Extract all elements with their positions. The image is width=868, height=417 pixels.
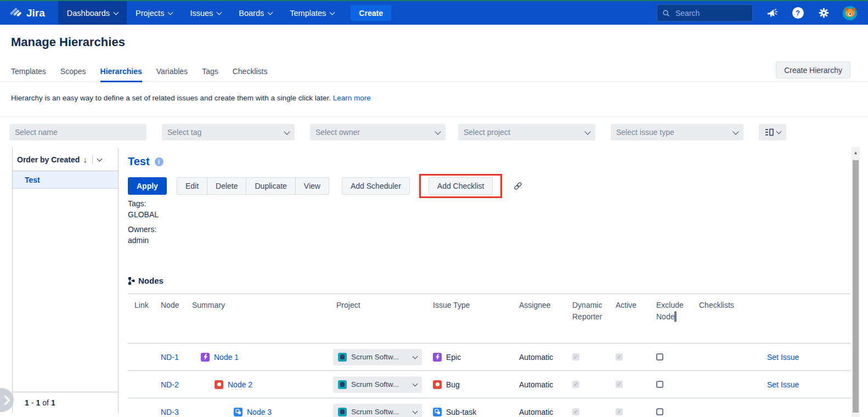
info-icon[interactable]: i: [155, 157, 164, 166]
jira-logo[interactable]: Jira: [0, 1, 58, 25]
exclude-all-checkbox[interactable]: [674, 311, 677, 322]
tab-variables[interactable]: Variables: [156, 65, 188, 81]
owners-value: admin: [128, 235, 159, 246]
global-search[interactable]: [657, 4, 753, 21]
hierarchy-list-item[interactable]: Test: [13, 171, 118, 189]
set-issue-link[interactable]: Set Issue: [767, 380, 799, 389]
project-select[interactable]: Scrum Softw...: [333, 349, 422, 365]
exclude-node-cell: [652, 353, 698, 360]
nav-item-dashboards[interactable]: Dashboards: [58, 1, 127, 25]
active-cell: ✓: [614, 353, 652, 360]
node-summary-link[interactable]: Node 2: [228, 380, 252, 389]
chevron-down-icon: [284, 128, 290, 134]
tab-templates[interactable]: Templates: [11, 65, 46, 81]
exclude-node-checkbox[interactable]: [656, 353, 663, 360]
nodes-section-header: Nodes: [128, 276, 164, 285]
epic-icon: [201, 353, 210, 362]
column-header-dynamic-reporter: Dynamic Reporter: [570, 294, 614, 343]
help-icon[interactable]: ?: [791, 7, 804, 20]
create-hierarchy-button[interactable]: Create Hierarchy: [776, 61, 850, 78]
nav-item-projects[interactable]: Projects: [127, 1, 181, 25]
vertical-scrollbar[interactable]: ▲: [852, 147, 860, 417]
exclude-node-checkbox[interactable]: [656, 381, 663, 388]
column-config-button[interactable]: [759, 124, 786, 140]
node-key-link[interactable]: ND-1: [161, 353, 179, 362]
tab-tags[interactable]: Tags: [202, 65, 218, 81]
tab-checklists[interactable]: Checklists: [233, 65, 268, 81]
owners-label: Owners:: [128, 224, 159, 235]
tab-scopes[interactable]: Scopes: [60, 65, 86, 81]
select-tag-filter[interactable]: Select tag: [162, 124, 295, 140]
summary-cell: Node 1: [191, 353, 333, 362]
set-issue-link[interactable]: Set Issue: [767, 353, 799, 362]
table-row: ND-2Node 2Scrum Softw...BugAutomatic✓✓Se…: [128, 371, 850, 398]
delete-button[interactable]: Delete: [207, 177, 246, 195]
column-header-project: Project: [333, 294, 432, 343]
node-summary-link[interactable]: Node 1: [214, 353, 239, 362]
create-button[interactable]: Create: [351, 5, 391, 21]
node-summary-link[interactable]: Node 3: [247, 408, 272, 416]
page-description: Hierarchy is an easy way to define a set…: [11, 94, 371, 102]
project-select[interactable]: Scrum Softw...: [333, 404, 422, 417]
pagination: 1 - 1 of 1: [13, 392, 118, 413]
scrollbar-thumb[interactable]: [853, 160, 859, 413]
apply-button[interactable]: Apply: [128, 177, 167, 195]
column-header-issue-type: Issue Type: [432, 294, 518, 343]
nodes-title: Nodes: [138, 276, 164, 285]
checklists-cell: Set Issue: [698, 353, 850, 362]
nodes-table: Link Node Summary Project Issue Type Ass…: [128, 294, 850, 417]
nav-item-boards[interactable]: Boards: [230, 1, 281, 25]
view-button[interactable]: View: [296, 177, 329, 195]
project-select[interactable]: Scrum Softw...: [333, 376, 422, 393]
project-cell: Scrum Softw...: [333, 404, 432, 417]
exclude-node-checkbox[interactable]: [656, 408, 663, 415]
chevron-down-icon[interactable]: [97, 156, 102, 161]
dynamic-reporter-cell: ✓: [570, 408, 614, 415]
chevron-down-icon: [413, 408, 418, 414]
project-avatar-icon: [338, 380, 347, 389]
node-key-link[interactable]: ND-3: [161, 408, 179, 416]
feedback-megaphone-icon[interactable]: [765, 7, 779, 20]
sort-direction-icon[interactable]: ↓: [83, 155, 87, 164]
column-header-link: Link: [128, 294, 159, 343]
search-input[interactable]: [674, 8, 737, 18]
select-project-filter[interactable]: Select project: [458, 124, 595, 140]
order-by-control[interactable]: Order by Created ↓: [13, 148, 118, 171]
project-cell: Scrum Softw...: [333, 349, 432, 365]
copy-link-icon[interactable]: [509, 177, 527, 195]
nav-item-templates[interactable]: Templates: [281, 1, 343, 25]
nav-item-issues[interactable]: Issues: [181, 1, 230, 25]
tab-hierarchies[interactable]: Hierarchies: [100, 65, 142, 82]
issue-type-cell: Epic: [432, 353, 518, 362]
table-row: ND-3Node 3Scrum Softw...Sub-taskAutomati…: [128, 398, 850, 417]
navbar-right: ?: [657, 1, 868, 25]
search-icon: [662, 9, 670, 17]
avatar-image: [846, 9, 855, 17]
node-key-link[interactable]: ND-2: [161, 380, 179, 389]
chevron-down-icon: [732, 128, 739, 134]
scrollbar-up-arrow[interactable]: ▲: [852, 147, 860, 158]
assignee-value: Automatic: [519, 380, 553, 389]
column-header-exclude-node: Exclude Node: [652, 294, 698, 343]
learn-more-link[interactable]: Learn more: [333, 94, 371, 102]
add-scheduler-button[interactable]: Add Scheduler: [342, 177, 410, 195]
user-avatar[interactable]: [843, 6, 857, 20]
chevron-down-icon: [413, 353, 418, 359]
settings-gear-icon[interactable]: [817, 7, 830, 20]
add-checklist-button[interactable]: Add Checklist: [429, 177, 493, 195]
project-avatar-icon: [338, 353, 347, 362]
duplicate-button[interactable]: Duplicate: [246, 177, 295, 195]
select-issue-type-filter[interactable]: Select issue type: [611, 124, 743, 140]
active-checkbox: ✓: [616, 353, 623, 360]
select-name-filter[interactable]: [9, 124, 146, 140]
exclude-node-cell: [652, 408, 698, 415]
select-owner-filter[interactable]: Select owner: [310, 124, 446, 140]
summary-cell: Node 2: [191, 380, 333, 389]
edit-button[interactable]: Edit: [177, 177, 207, 195]
active-checkbox: ✓: [616, 408, 623, 415]
table-row: ND-1Node 1Scrum Softw...EpicAutomatic✓✓S…: [128, 343, 850, 371]
assignee-value: Automatic: [519, 408, 553, 416]
chevron-down-icon: [168, 9, 173, 15]
chevron-right-icon: [0, 395, 10, 405]
project-cell: Scrum Softw...: [333, 376, 432, 393]
